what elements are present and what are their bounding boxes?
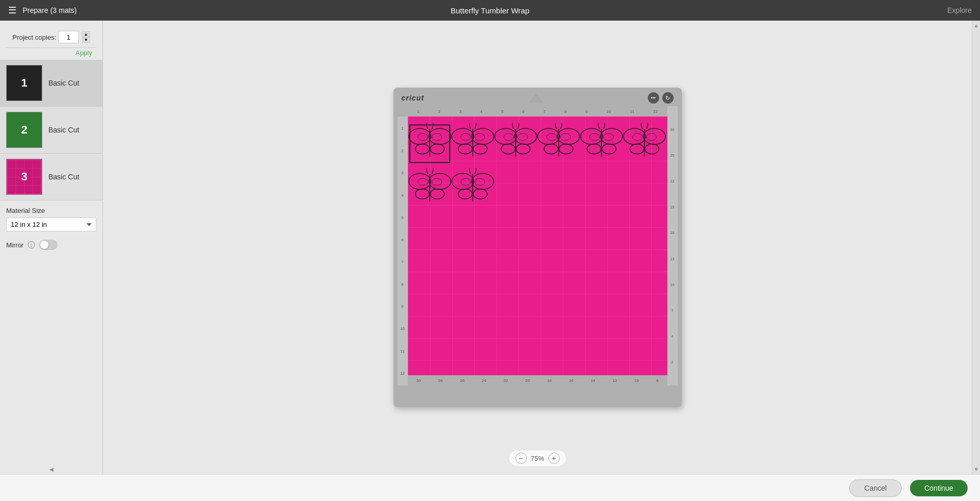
butterfly-1[interactable] (408, 123, 450, 157)
svg-point-17 (501, 144, 515, 154)
mirror-info-icon[interactable]: i (28, 241, 35, 248)
sidebar-empty-space (0, 256, 102, 464)
mat-thumbnail-2: 2 (6, 112, 42, 148)
mat-wrapper: cricut ••• ↻ 1 2 3 (393, 88, 682, 407)
svg-point-22 (538, 128, 560, 144)
mat-options-button[interactable]: ••• (648, 92, 659, 104)
mirror-section: Mirror i (0, 238, 102, 256)
mat-number-1: 1 (21, 76, 27, 90)
mat-item-3[interactable]: 3 Basic Cut (0, 154, 102, 201)
material-size-section: Material Size 12 in x 12 in 12 in x 24 i… (0, 201, 102, 238)
svg-point-39 (645, 144, 659, 154)
material-size-select[interactable]: 12 in x 12 in 12 in x 24 in Custom (6, 218, 96, 231)
svg-point-32 (602, 144, 616, 154)
svg-point-56 (474, 178, 484, 186)
svg-point-31 (587, 144, 600, 154)
svg-point-30 (600, 128, 623, 144)
svg-point-25 (559, 144, 573, 154)
svg-point-55 (460, 178, 470, 186)
svg-point-1 (408, 128, 431, 144)
svg-point-46 (430, 189, 444, 199)
butterfly-5[interactable] (580, 123, 622, 157)
butterfly-8[interactable] (452, 168, 493, 202)
svg-point-48 (418, 178, 427, 186)
apply-button[interactable]: Apply (6, 48, 96, 60)
top-bar-left: ☰ Prepare (3 mats) (8, 5, 77, 16)
hamburger-menu-icon[interactable]: ☰ (8, 5, 16, 16)
project-copies-row: Project copies: ▲ ▼ (6, 26, 96, 48)
top-bar: ☰ Prepare (3 mats) Butterfly Tumbler Wra… (0, 0, 980, 21)
project-copies-label: Project copies: (12, 34, 56, 41)
svg-point-6 (418, 133, 427, 141)
mat-header: cricut ••• ↻ (393, 88, 682, 106)
material-size-label: Material Size (6, 207, 96, 214)
svg-point-11 (473, 144, 487, 154)
svg-point-38 (630, 144, 644, 154)
right-panel: ▲ ▼ (972, 21, 980, 474)
copies-up-button[interactable]: ▲ (82, 31, 90, 37)
mat-label-3: Basic Cut (48, 173, 79, 181)
mirror-toggle[interactable] (39, 240, 58, 250)
copies-controls: ▲ ▼ (58, 31, 90, 43)
butterfly-3[interactable] (494, 123, 536, 157)
svg-point-7 (432, 133, 441, 141)
butterfly-container (408, 116, 667, 375)
svg-point-52 (458, 189, 472, 199)
zoom-out-button[interactable]: − (515, 453, 526, 464)
butterflies-svg (408, 116, 667, 375)
ruler-left-ticks: 1 2 3 4 5 6 7 8 9 10 11 12 (398, 116, 408, 386)
butterfly-6[interactable] (623, 123, 665, 157)
svg-point-28 (560, 133, 570, 141)
zoom-controls: − 75% + (509, 450, 565, 466)
mat-item-1[interactable]: 1 Basic Cut (0, 60, 102, 107)
svg-point-20 (504, 133, 513, 141)
ruler-bottom: 30 28 26 24 22 20 18 16 14 12 10 8 (408, 375, 667, 386)
prepare-label: Prepare (3 mats) (23, 6, 77, 14)
mat-number-2: 2 (21, 123, 27, 137)
svg-point-9 (472, 128, 494, 144)
svg-point-24 (544, 144, 558, 154)
svg-point-4 (430, 144, 444, 154)
continue-button[interactable]: Continue (910, 480, 968, 496)
mat-label-1: Basic Cut (48, 79, 79, 87)
svg-point-13 (460, 133, 470, 141)
sidebar: Project copies: ▲ ▼ Apply 1 Basic Cut (0, 21, 103, 474)
copies-down-button[interactable]: ▼ (82, 37, 90, 43)
mat-arrow (529, 93, 543, 103)
svg-point-8 (452, 128, 474, 144)
svg-point-2 (428, 128, 451, 144)
toggle-knob (40, 241, 48, 249)
butterfly-4[interactable] (538, 123, 579, 157)
svg-point-42 (646, 133, 656, 141)
ruler-left: 1 2 3 4 5 6 7 8 9 10 11 12 (398, 106, 408, 386)
sidebar-scroll-arrow: ◀ (49, 466, 54, 472)
cancel-button[interactable]: Cancel (849, 479, 902, 497)
mat-thumbnail-1: 1 (6, 65, 42, 101)
scroll-down-arrow[interactable]: ▼ (972, 464, 980, 474)
svg-point-29 (580, 128, 603, 144)
svg-point-43 (408, 173, 431, 189)
sidebar-scroll-bottom: ◀ (0, 464, 102, 474)
svg-point-36 (623, 128, 645, 144)
butterfly-7[interactable] (408, 168, 450, 202)
ruler-corner (398, 106, 408, 116)
bottom-bar: Cancel Continue (0, 474, 980, 501)
mat-grid-container: 1 2 3 4 5 6 7 8 9 10 11 12 (398, 106, 678, 386)
copies-input[interactable] (58, 31, 79, 43)
svg-point-15 (494, 128, 517, 144)
svg-point-23 (557, 128, 579, 144)
butterfly-2[interactable] (452, 123, 493, 157)
scroll-up-arrow[interactable]: ▲ (972, 21, 980, 30)
svg-point-16 (514, 128, 537, 144)
svg-point-45 (415, 189, 429, 199)
svg-point-44 (428, 173, 451, 189)
project-copies-section: Project copies: ▲ ▼ Apply (0, 21, 102, 60)
svg-point-34 (589, 133, 599, 141)
svg-point-18 (516, 144, 530, 154)
svg-point-53 (473, 189, 487, 199)
mat-item-2[interactable]: 2 Basic Cut (0, 107, 102, 154)
mat-refresh-button[interactable]: ↻ (662, 92, 674, 104)
mat-grid[interactable] (408, 116, 667, 375)
zoom-in-button[interactable]: + (548, 453, 560, 464)
canvas-area: cricut ••• ↻ 1 2 3 (103, 21, 972, 474)
